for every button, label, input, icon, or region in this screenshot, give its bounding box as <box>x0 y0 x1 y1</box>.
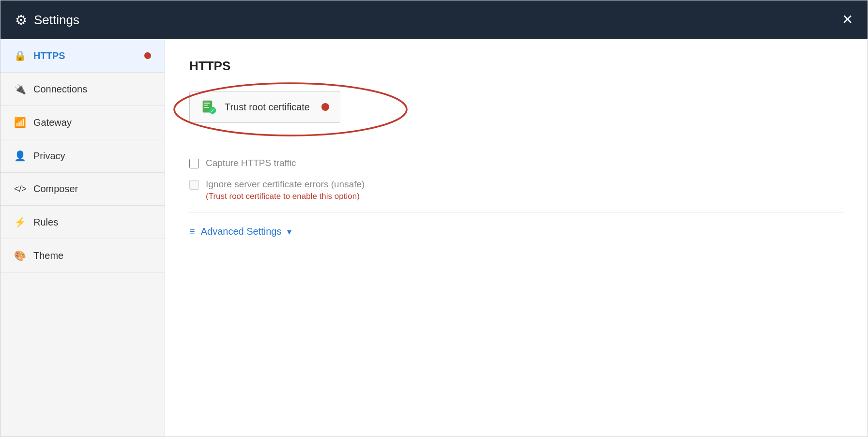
sidebar-item-composer[interactable]: </> Composer <box>0 173 165 206</box>
sidebar-label-composer: Composer <box>33 183 151 195</box>
sidebar-label-privacy: Privacy <box>33 151 151 162</box>
title-bar: ⚙ Settings ✕ <box>0 0 868 39</box>
ignore-cert-label: Ignore server certificate errors (unsafe… <box>206 179 365 190</box>
sidebar-label-rules: Rules <box>33 217 151 228</box>
sidebar-label-connections: Connections <box>33 84 151 95</box>
advanced-settings-button[interactable]: ≡ Advanced Settings ▾ <box>189 226 291 237</box>
sidebar-item-https[interactable]: 🔒 HTTPS <box>0 39 165 73</box>
connections-icon: 🔌 <box>14 83 26 95</box>
sidebar-item-rules[interactable]: ⚡ Rules <box>0 206 165 239</box>
privacy-icon: 👤 <box>14 150 26 162</box>
sidebar-label-gateway: Gateway <box>33 117 151 128</box>
svg-rect-2 <box>204 105 208 106</box>
close-button[interactable]: ✕ <box>842 13 853 27</box>
capture-https-label: Capture HTTPS traffic <box>206 158 296 168</box>
content-area: 🔒 HTTPS 🔌 Connections 📶 Gateway 👤 Privac… <box>0 39 868 437</box>
capture-https-row: Capture HTTPS traffic <box>189 158 843 168</box>
certificate-svg-icon: ✓ <box>201 99 217 115</box>
sidebar-item-gateway[interactable]: 📶 Gateway <box>0 106 165 139</box>
svg-rect-1 <box>204 103 210 104</box>
ignore-cert-errors-row: Ignore server certificate errors (unsafe… <box>189 179 843 201</box>
chevron-down-icon: ▾ <box>287 226 291 237</box>
sidebar-label-theme: Theme <box>33 250 151 261</box>
theme-icon: 🎨 <box>14 250 26 261</box>
trust-root-certificate-button[interactable]: ✓ Trust root certificate <box>189 91 340 123</box>
certificate-icon-wrapper: ✓ <box>200 98 218 116</box>
lock-icon: 🔒 <box>14 50 26 61</box>
trust-cert-label: Trust root certificate <box>225 102 310 113</box>
window-title: Settings <box>34 13 79 28</box>
composer-icon: </> <box>14 184 26 194</box>
divider <box>189 212 843 212</box>
rules-icon: ⚡ <box>14 216 26 228</box>
main-content: HTTPS ✓ Trust ro <box>165 39 868 437</box>
https-status-dot <box>144 52 151 59</box>
svg-rect-3 <box>204 107 209 108</box>
title-bar-left: ⚙ Settings <box>15 12 79 28</box>
advanced-settings-label: Advanced Settings <box>201 226 282 237</box>
ignore-cert-warning: (Trust root certificate to enable this o… <box>206 192 365 201</box>
settings-window: ⚙ Settings ✕ 🔒 HTTPS 🔌 Connections 📶 Gat… <box>0 0 868 437</box>
section-title: HTTPS <box>189 59 843 74</box>
sidebar-item-connections[interactable]: 🔌 Connections <box>0 73 165 106</box>
ignore-cert-checkbox[interactable] <box>189 180 199 190</box>
trust-cert-status-dot <box>321 103 329 111</box>
gear-icon: ⚙ <box>15 12 27 28</box>
gateway-icon: 📶 <box>14 117 26 128</box>
advanced-settings-icon: ≡ <box>189 226 195 237</box>
sidebar: 🔒 HTTPS 🔌 Connections 📶 Gateway 👤 Privac… <box>0 39 165 437</box>
sidebar-item-privacy[interactable]: 👤 Privacy <box>0 139 165 173</box>
sidebar-item-theme[interactable]: 🎨 Theme <box>0 239 165 272</box>
sidebar-label-https: HTTPS <box>33 50 137 61</box>
capture-https-checkbox[interactable] <box>189 159 199 168</box>
svg-text:✓: ✓ <box>211 108 214 113</box>
